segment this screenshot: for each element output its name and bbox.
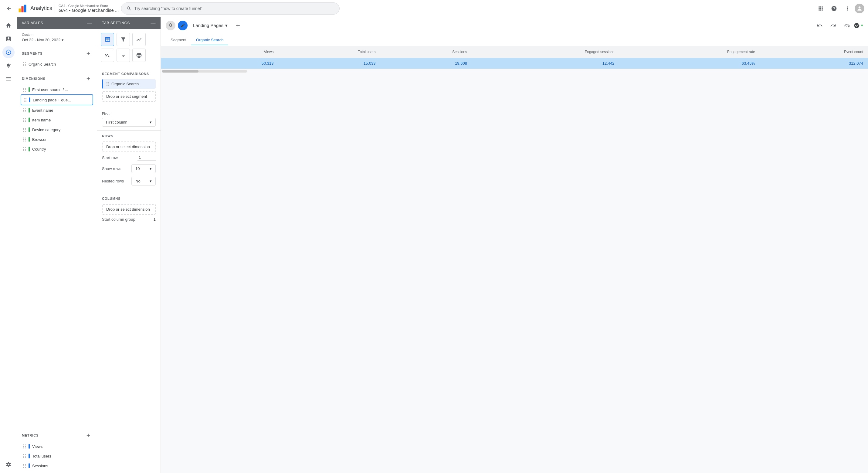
drag-handle-icon: [23, 464, 26, 468]
logo-text: Analytics: [30, 5, 52, 11]
nested-rows-label: Nested rows: [102, 179, 124, 183]
help-icon-button[interactable]: [828, 2, 840, 14]
metric-color-bar: [29, 444, 30, 449]
viz-filter-button[interactable]: [117, 49, 130, 62]
drag-handle-icon: [23, 444, 26, 448]
drag-handle-icon: [23, 138, 26, 142]
viz-scatter-button[interactable]: [101, 49, 114, 62]
drag-handle-icon: [23, 454, 26, 458]
add-tab-button[interactable]: [233, 21, 243, 30]
show-rows-select[interactable]: 10 ▾: [131, 164, 156, 173]
start-row-value: [137, 154, 156, 160]
save-button[interactable]: ▾: [854, 23, 863, 29]
drag-handle-icon: [23, 108, 26, 112]
metric-color-bar: [29, 453, 30, 459]
tab-organic-search[interactable]: Organic Search: [191, 35, 228, 45]
variables-minimize-btn[interactable]: —: [87, 21, 92, 26]
table-scrollbar-row: [161, 69, 868, 74]
redo-button[interactable]: [827, 20, 839, 32]
start-column-row: Start column group 1: [102, 217, 156, 221]
more-options-icon-button[interactable]: [841, 2, 854, 14]
svg-point-3: [105, 55, 107, 56]
dimension-item-browser[interactable]: Browser: [21, 135, 93, 144]
table-body: 50,313 15,033 19,608 12,442 63.45% 312,0…: [161, 58, 868, 74]
segment-item-organic-search[interactable]: Organic Search: [21, 60, 93, 69]
add-dimension-button[interactable]: [85, 75, 92, 82]
search-bar[interactable]: Try searching "how to create funnel": [121, 2, 340, 14]
chevron-down-icon: ▾: [861, 23, 863, 28]
columns-dimension-placeholder[interactable]: Drop or select dimension: [102, 204, 156, 215]
dimension-item-first-user-source[interactable]: First user source / ...: [21, 85, 93, 94]
metric-item-total-users[interactable]: Total users: [21, 451, 93, 461]
nav-advertising[interactable]: [2, 60, 14, 72]
report-title-button[interactable]: Landing Pages ▾: [190, 21, 231, 30]
dimension-item-item-name[interactable]: Item name: [21, 115, 93, 125]
segments-title: SEGMENTS: [22, 52, 42, 55]
date-label: Custom: [22, 33, 92, 36]
metric-item-views[interactable]: Views: [21, 441, 93, 451]
report-title: Landing Pages: [193, 23, 223, 28]
tab-segment-label: Segment: [170, 38, 186, 42]
avatar[interactable]: [855, 4, 864, 13]
chevron-down-icon: ▾: [150, 179, 152, 183]
segment-comparison-placeholder[interactable]: Drop or select segment: [102, 91, 156, 102]
nav-settings[interactable]: [2, 459, 14, 471]
undo-button[interactable]: [814, 20, 826, 32]
viz-globe-button[interactable]: [132, 49, 146, 62]
search-icon: [126, 6, 132, 11]
nav-reports[interactable]: [2, 33, 14, 45]
metric-item-sessions[interactable]: Sessions: [21, 461, 93, 471]
dimension-label: Device category: [32, 127, 60, 132]
svg-point-6: [105, 54, 106, 55]
app-title: GA4 - Google Merchandise ...: [59, 8, 119, 13]
metric-color-bar: [29, 463, 30, 468]
viz-funnel-button[interactable]: [117, 33, 130, 46]
horizontal-scrollbar-track[interactable]: [162, 70, 247, 72]
nested-rows-select[interactable]: No ▾: [131, 177, 156, 185]
nav-configure[interactable]: [2, 73, 14, 85]
nav-sidebar: [0, 17, 17, 473]
app-subtitle: GA4 - Google Merchandise Store: [59, 4, 119, 8]
col-header-total-users: Total users: [278, 46, 380, 58]
svg-point-4: [107, 54, 108, 55]
table-row-total[interactable]: 50,313 15,033 19,608 12,442 63.45% 312,0…: [161, 58, 868, 69]
show-rows-row: Show rows 10 ▾: [102, 164, 156, 173]
dimension-item-landing-page[interactable]: Landing page + que...: [21, 94, 93, 105]
pivot-section: Pivot First column ▾: [97, 108, 160, 130]
horizontal-scrollbar-thumb[interactable]: [162, 70, 198, 72]
tab-settings-minimize-btn[interactable]: —: [151, 21, 156, 26]
grid-icon-button[interactable]: [814, 2, 827, 14]
table-area[interactable]: Views Total users Sessions Engaged sessi…: [161, 46, 868, 473]
nav-explore[interactable]: [2, 46, 14, 58]
toolbar-right: ▾: [814, 20, 863, 32]
nav-home[interactable]: [2, 20, 14, 32]
segments-section-header: SEGMENTS: [17, 46, 97, 60]
dimension-item-device-category[interactable]: Device category: [21, 125, 93, 135]
viz-row-1: [101, 33, 157, 46]
segment-comparison-organic[interactable]: Organic Search: [102, 79, 156, 89]
share-button[interactable]: [840, 20, 852, 32]
start-column-value: 1: [154, 217, 156, 221]
tab-organic-search-label: Organic Search: [196, 38, 223, 42]
add-segment-button[interactable]: [85, 50, 92, 57]
dimension-item-country[interactable]: Country: [21, 144, 93, 154]
dimension-item-event-name[interactable]: Event name: [21, 105, 93, 115]
drag-handle-icon: [23, 62, 26, 66]
tab-segment[interactable]: Segment: [166, 35, 191, 45]
back-button[interactable]: [4, 3, 14, 14]
chevron-down-icon: ▾: [62, 38, 64, 42]
date-picker[interactable]: Oct 22 - Nov 20, 2022 ▾: [22, 38, 92, 42]
viz-table-button[interactable]: [101, 33, 114, 46]
rows-dimension-placeholder[interactable]: Drop or select dimension: [102, 142, 156, 152]
svg-rect-0: [19, 8, 21, 12]
start-row-input[interactable]: [137, 154, 156, 160]
add-metric-button[interactable]: [85, 432, 92, 439]
row-event-count: 312,074: [760, 58, 868, 69]
pivot-value: First column: [106, 120, 127, 124]
pivot-select[interactable]: First column ▾: [102, 118, 156, 127]
viz-line-button[interactable]: [132, 33, 146, 46]
dimensions-list: First user source / ... Landing page + q…: [17, 85, 97, 428]
drag-handle-icon: [106, 82, 110, 86]
data-table: Views Total users Sessions Engaged sessi…: [161, 46, 868, 74]
dimension-label: Browser: [32, 137, 47, 142]
